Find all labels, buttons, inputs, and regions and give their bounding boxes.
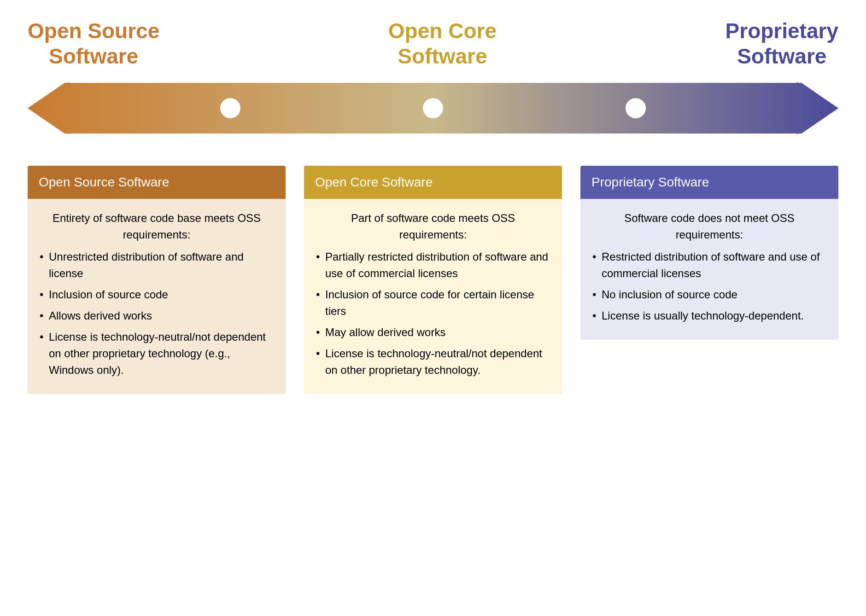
list-item: Inclusion of source code [40, 286, 274, 303]
oss-card-intro: Entirety of software code base meets OSS… [40, 210, 274, 243]
list-item: Allows derived works [40, 308, 274, 324]
list-item: License is technology-neutral/not depend… [40, 329, 274, 378]
list-item: Unrestricted distribution of software an… [40, 249, 274, 282]
ocs-card-header: Open Core Software [304, 166, 562, 199]
ps-card-body: Software code does not meet OSS requirem… [580, 199, 838, 340]
ocs-header-label: Open Core Software [388, 18, 497, 69]
ocs-card-title: Open Core Software [315, 175, 433, 189]
ocs-card: Open Core Software Part of software code… [304, 166, 562, 394]
list-item: License is technology-neutral/not depend… [316, 345, 550, 378]
oss-bullet-list: Unrestricted distribution of software an… [40, 249, 274, 378]
svg-point-3 [423, 98, 443, 118]
header-labels: Open Source Software Open Core Software … [28, 18, 838, 69]
list-item: License is usually technology-dependent. [592, 308, 826, 324]
ps-card-header: Proprietary Software [580, 166, 838, 199]
oss-header-label: Open Source Software [28, 18, 159, 69]
svg-point-2 [220, 98, 240, 118]
oss-card: Open Source Software Entirety of softwar… [28, 166, 286, 394]
ps-card-title: Proprietary Software [591, 175, 709, 189]
list-item: Partially restricted distribution of sof… [316, 249, 550, 282]
list-item: Restricted distribution of software and … [592, 249, 826, 282]
ocs-card-body: Part of software code meets OSS requirem… [304, 199, 562, 394]
oss-card-title: Open Source Software [39, 175, 169, 189]
list-item: Inclusion of source code for certain lic… [316, 286, 550, 320]
ps-card: Proprietary Software Software code does … [580, 166, 838, 340]
ps-bullet-list: Restricted distribution of software and … [592, 249, 826, 324]
list-item: No inclusion of source code [592, 286, 826, 303]
svg-point-4 [626, 98, 646, 118]
ps-card-intro: Software code does not meet OSS requirem… [592, 210, 826, 243]
spectrum-arrow [28, 78, 838, 138]
ocs-bullet-list: Partially restricted distribution of sof… [316, 249, 550, 378]
list-item: May allow derived works [316, 324, 550, 341]
ocs-card-intro: Part of software code meets OSS requirem… [316, 210, 550, 243]
oss-card-body: Entirety of software code base meets OSS… [28, 199, 286, 394]
oss-card-header: Open Source Software [28, 166, 286, 199]
cards-container: Open Source Software Entirety of softwar… [28, 166, 838, 394]
ps-header-label: Proprietary Software [726, 18, 838, 69]
